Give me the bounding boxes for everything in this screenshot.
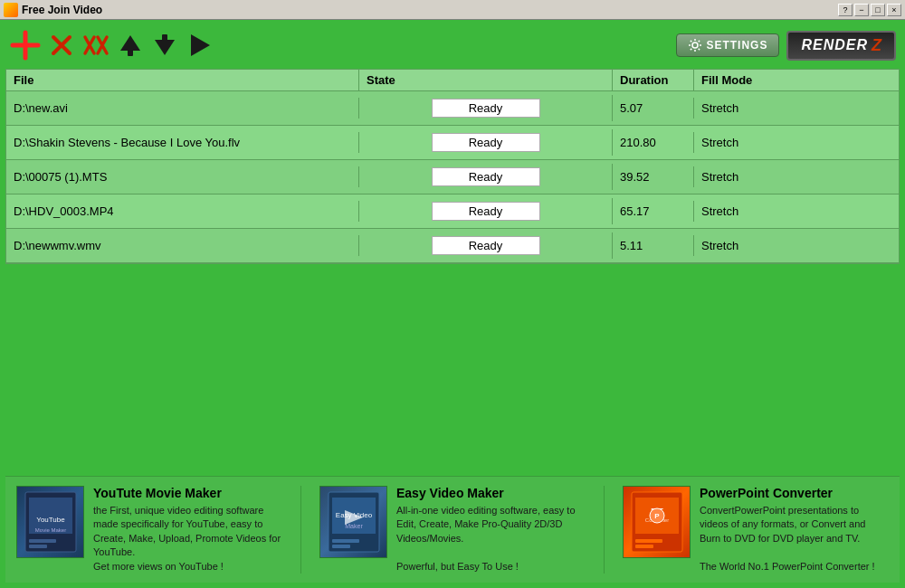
promo-title-youtube: YouTute Movie Maker (93, 486, 282, 500)
plus-icon (10, 30, 41, 61)
svg-marker-8 (120, 35, 140, 51)
play-icon (186, 33, 212, 58)
promo-item-powerpoint[interactable]: PPT Converter P PowerPoint Converter Con… (623, 486, 889, 574)
render-z-icon: Z (872, 36, 881, 55)
svg-text:YouTube: YouTube (36, 516, 65, 524)
duration-cell: 5.11 (613, 235, 694, 256)
col-header-duration: Duration (613, 70, 694, 90)
render-label: RENDER (801, 37, 868, 53)
remove-all-button[interactable] (81, 31, 110, 60)
col-header-state: State (359, 70, 613, 90)
title-bar: Free Join Video ? − □ × (0, 0, 905, 20)
state-badge: Ready (432, 167, 540, 186)
toolbar-left (9, 29, 214, 62)
svg-line-19 (699, 49, 700, 50)
remove-icon (50, 33, 73, 57)
help-button[interactable]: ? (838, 4, 853, 16)
table-body: D:\new.aviReady5.07StretchD:\Shakin Stev… (6, 91, 899, 263)
svg-rect-27 (29, 545, 47, 548)
svg-text:Movie Maker: Movie Maker (34, 527, 65, 533)
toolbar: Settings RENDER Z (5, 25, 900, 69)
svg-line-18 (691, 41, 691, 42)
gear-icon (688, 38, 702, 52)
duration-cell: 210.80 (613, 132, 694, 153)
app-icon (4, 3, 18, 17)
svg-rect-41 (635, 539, 662, 543)
svg-line-21 (691, 49, 691, 50)
promo-item-easyvideo[interactable]: Easy Video Maker Easy Video Maker All-in… (319, 486, 586, 574)
fill-mode-cell: Stretch (694, 166, 899, 187)
svg-rect-11 (162, 34, 167, 41)
svg-rect-26 (29, 539, 56, 543)
window-controls: ? − □ × (838, 4, 901, 16)
svg-text:Maker: Maker (345, 523, 363, 529)
promo-desc-youtube: the First, unique video editing software… (93, 504, 282, 574)
promo-desc-easyvideo: All-in-one video editing software, easy … (396, 504, 586, 574)
toolbar-right: Settings RENDER Z (676, 31, 896, 61)
promo-thumb-youtube: YouTube Movie Maker (16, 486, 84, 558)
file-cell: D:\newwmv.wmv (6, 235, 359, 256)
maximize-button[interactable]: □ (871, 4, 885, 16)
file-table: File State Duration Fill Mode D:\new.avi… (5, 69, 900, 264)
svg-rect-9 (128, 50, 133, 56)
remove-all-icon (82, 33, 110, 57)
state-cell: Ready (359, 198, 613, 224)
close-button[interactable]: × (887, 4, 901, 16)
promo-title-powerpoint: PowerPoint Converter (700, 486, 889, 500)
svg-rect-42 (635, 545, 653, 548)
svg-line-20 (699, 41, 700, 42)
table-header: File State Duration Fill Mode (6, 70, 899, 91)
svg-point-13 (692, 43, 698, 48)
duration-cell: 65.17 (613, 201, 694, 222)
promo-item-youtube[interactable]: YouTube Movie Maker YouTute Movie Maker … (16, 486, 282, 574)
remove-button[interactable] (47, 31, 76, 60)
move-up-button[interactable] (116, 31, 145, 60)
promo-thumb-easyvideo: Easy Video Maker (319, 486, 387, 558)
table-row[interactable]: D:\newwmv.wmvReady5.11Stretch (6, 229, 899, 263)
app-title: Free Join Video (22, 4, 102, 16)
promo-title-easyvideo: Easy Video Maker (396, 486, 586, 500)
promo-divider-2 (604, 486, 605, 574)
move-up-icon (119, 33, 142, 58)
settings-button[interactable]: Settings (676, 33, 779, 57)
table-row[interactable]: D:\00075 (1).MTSReady39.52Stretch (6, 160, 899, 194)
play-button[interactable] (185, 31, 214, 60)
minimize-button[interactable]: − (854, 4, 869, 16)
state-badge: Ready (432, 99, 540, 118)
file-cell: D:\new.avi (6, 98, 359, 119)
col-header-fillmode: Fill Mode (694, 70, 899, 90)
promo-text-powerpoint: PowerPoint Converter ConvertPowerPoint p… (700, 486, 889, 574)
state-cell: Ready (359, 129, 613, 156)
fill-mode-cell: Stretch (694, 132, 899, 153)
svg-marker-12 (191, 34, 210, 56)
file-cell: D:\Shakin Stevens - Because I Love You.f… (6, 132, 359, 153)
file-cell: D:\HDV_0003.MP4 (6, 201, 359, 222)
file-cell: D:\00075 (1).MTS (6, 166, 359, 187)
state-badge: Ready (432, 236, 540, 255)
state-cell: Ready (359, 95, 613, 121)
svg-rect-34 (332, 545, 350, 548)
duration-cell: 5.07 (613, 98, 694, 119)
svg-marker-10 (155, 40, 175, 55)
promo-text-youtube: YouTute Movie Maker the First, unique vi… (93, 486, 282, 574)
main-content: Settings RENDER Z File State Duration Fi… (0, 20, 905, 588)
promo-text-easyvideo: Easy Video Maker All-in-one video editin… (396, 486, 586, 574)
empty-area (5, 264, 900, 476)
move-down-icon (153, 33, 176, 58)
state-cell: Ready (359, 232, 613, 259)
fill-mode-cell: Stretch (694, 235, 899, 256)
table-row[interactable]: D:\new.aviReady5.07Stretch (6, 91, 899, 126)
table-row[interactable]: D:\Shakin Stevens - Because I Love You.f… (6, 126, 899, 160)
state-badge: Ready (432, 133, 540, 152)
fill-mode-cell: Stretch (694, 98, 899, 119)
svg-rect-33 (332, 539, 359, 543)
promo-desc-powerpoint: ConvertPowerPoint presentations to video… (700, 504, 889, 574)
table-row[interactable]: D:\HDV_0003.MP4Ready65.17Stretch (6, 194, 899, 229)
svg-text:P: P (654, 512, 660, 520)
render-button[interactable]: RENDER Z (786, 31, 896, 61)
add-button[interactable] (9, 29, 42, 62)
move-down-button[interactable] (150, 31, 179, 60)
promo-section: YouTube Movie Maker YouTute Movie Maker … (5, 476, 900, 583)
promo-thumb-powerpoint: PPT Converter P (623, 486, 691, 558)
state-badge: Ready (432, 202, 540, 221)
